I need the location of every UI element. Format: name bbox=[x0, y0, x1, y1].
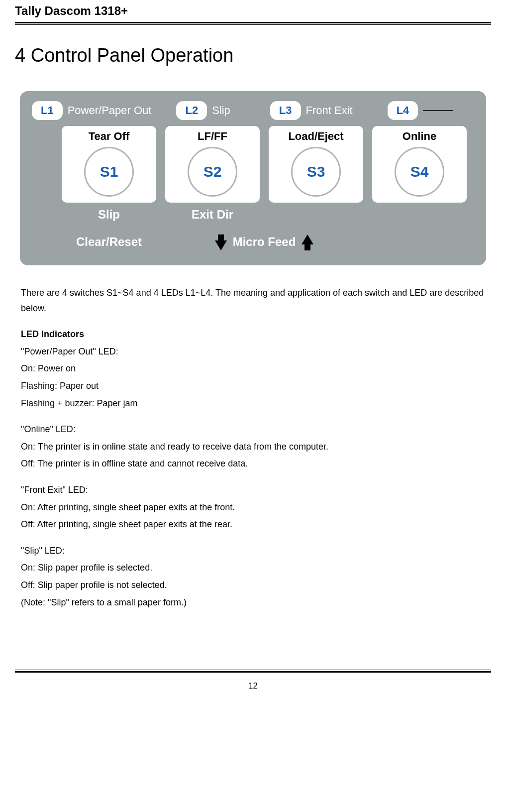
power-led-on: On: Power on bbox=[21, 361, 485, 376]
front-exit-led-on: On: After printing, single sheet paper e… bbox=[21, 500, 485, 515]
button-circle-s4[interactable]: S4 bbox=[395, 147, 444, 197]
sub-label-s1: Slip bbox=[62, 208, 156, 222]
button-circle-s3[interactable]: S3 bbox=[291, 147, 341, 197]
online-led-off: Off: The printer is in offline state and… bbox=[21, 456, 485, 471]
button-top-s4: Online bbox=[403, 130, 436, 143]
button-card-s4: Online S4 bbox=[372, 126, 467, 203]
led-group-l4: L4 bbox=[388, 101, 453, 120]
button-card-s1: Tear Off S1 bbox=[62, 126, 156, 203]
slip-led-note: (Note: "Slip" refers to a small paper fo… bbox=[21, 595, 485, 610]
page-container: Tally Dascom 1318+ 4 Control Panel Opera… bbox=[0, 0, 506, 700]
intro-paragraph: There are 4 switches S1~S4 and 4 LEDs L1… bbox=[21, 285, 485, 316]
led-pill-l3: L3 bbox=[270, 101, 301, 120]
micro-feed-label: Micro Feed bbox=[233, 235, 296, 249]
arrow-up-icon bbox=[302, 234, 313, 244]
button-card-s2: LF/FF S2 bbox=[165, 126, 260, 203]
led-group-l2: L2 Slip bbox=[176, 101, 230, 120]
front-exit-led-title: "Front Exit" LED: bbox=[21, 482, 485, 498]
led-label-l3: Front Exit bbox=[306, 104, 353, 117]
led-label-l2: Slip bbox=[212, 104, 230, 117]
buttons-row: Tear Off S1 LF/FF S2 Load/Eject S3 Onlin… bbox=[32, 126, 474, 203]
led-group-l1: L1 Power/Paper Out bbox=[32, 101, 151, 120]
slip-led-on: On: Slip paper profile is selected. bbox=[21, 560, 485, 576]
slip-led-off: Off: Slip paper profile is not selected. bbox=[21, 578, 485, 593]
sub-label-s4 bbox=[372, 208, 467, 222]
body-text: There are 4 switches S1~S4 and 4 LEDs L1… bbox=[21, 285, 485, 610]
doc-header-title: Tally Dascom 1318+ bbox=[15, 0, 491, 22]
top-double-rule bbox=[15, 22, 491, 25]
control-panel-diagram: L1 Power/Paper Out L2 Slip L3 Front Exit… bbox=[20, 91, 486, 265]
page-number: 12 bbox=[15, 682, 491, 700]
micro-feed-group: Micro Feed bbox=[165, 233, 363, 250]
led-label-l1: Power/Paper Out bbox=[68, 104, 152, 117]
online-led-on: On: The printer is in online state and r… bbox=[21, 439, 485, 455]
led-pill-l2: L2 bbox=[176, 101, 207, 120]
slip-led-title: "Slip" LED: bbox=[21, 543, 485, 559]
bottom-double-rule bbox=[15, 670, 491, 673]
led-group-l3: L3 Front Exit bbox=[270, 101, 353, 120]
led-connector-line bbox=[423, 110, 453, 111]
power-led-flashing: Flashing: Paper out bbox=[21, 378, 485, 394]
sub-label-s2: Exit Dir bbox=[165, 208, 260, 222]
button-card-s3: Load/Eject S3 bbox=[269, 126, 363, 203]
button-top-s2: LF/FF bbox=[198, 130, 227, 143]
button-circle-s2[interactable]: S2 bbox=[188, 147, 237, 197]
sub-label-s3 bbox=[269, 208, 363, 222]
button-circle-s1[interactable]: S1 bbox=[84, 147, 134, 197]
section-title: 4 Control Panel Operation bbox=[15, 45, 491, 66]
led-pill-l4: L4 bbox=[388, 101, 418, 120]
button-top-s1: Tear Off bbox=[89, 130, 130, 143]
online-led-title: "Online" LED: bbox=[21, 422, 485, 437]
led-pill-l1: L1 bbox=[32, 101, 63, 120]
front-exit-led-off: Off: After printing, single sheet paper … bbox=[21, 517, 485, 532]
micro-row: Clear/Reset Micro Feed bbox=[32, 233, 474, 250]
clear-reset-label: Clear/Reset bbox=[62, 235, 156, 249]
power-led-title: "Power/Paper Out" LED: bbox=[21, 344, 485, 359]
led-row: L1 Power/Paper Out L2 Slip L3 Front Exit… bbox=[32, 101, 474, 120]
led-indicators-heading: LED Indicators bbox=[21, 329, 84, 339]
power-led-jam: Flashing + buzzer: Paper jam bbox=[21, 396, 485, 411]
arrow-down-icon bbox=[215, 240, 227, 250]
sub-labels-row: Slip Exit Dir bbox=[32, 208, 474, 222]
button-top-s3: Load/Eject bbox=[288, 130, 343, 143]
